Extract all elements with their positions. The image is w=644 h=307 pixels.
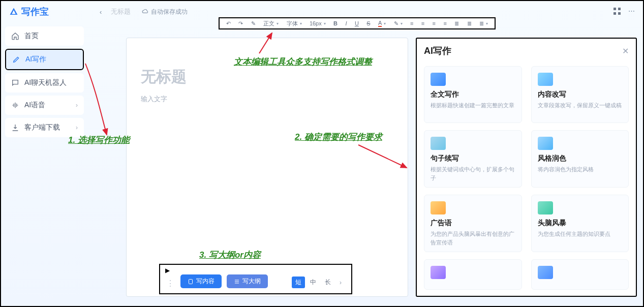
chat-icon	[11, 79, 19, 87]
body-input[interactable]: 输入文字	[141, 95, 393, 104]
italic-button[interactable]: I	[344, 20, 348, 26]
svg-rect-0	[614, 8, 616, 10]
card-continue[interactable]: 句子续写 根据关键词或中心句，扩展多个句子	[424, 130, 522, 188]
card-desc: 为您生成任何主题的知识要点	[538, 230, 623, 238]
card-desc: 根据标题快速创建一篇完整的文章	[431, 101, 515, 110]
back-button[interactable]: ‹	[100, 8, 102, 16]
underline-button[interactable]: U	[353, 20, 360, 26]
card-title: 风格润色	[538, 154, 623, 163]
card-desc: 为您的产品头脑风暴出有创意的广告宣传语	[431, 230, 515, 247]
sidebar-item-download[interactable]: 客户端下载 ›	[5, 118, 84, 137]
pencil-icon	[12, 55, 20, 64]
panel-close-button[interactable]: ✕	[622, 46, 629, 56]
card-title: 句子续写	[431, 154, 515, 163]
card-title: 全文写作	[431, 90, 515, 99]
sidebar-item-label: 客户端下载	[24, 123, 60, 132]
sidebar-item-label: AI语音	[24, 101, 45, 110]
align-center-button[interactable]: ≡	[420, 20, 426, 26]
quick-action-bar: ▶ ⋮ 写内容 写大纲 短 中 长 ›	[159, 264, 352, 294]
chevron-right-icon: ›	[76, 124, 78, 131]
play-handle-icon[interactable]: ▶	[165, 267, 170, 274]
card-full-writing[interactable]: 全文写作 根据标题快速创建一篇完整的文章	[424, 66, 522, 123]
document-tab-label: 无标题	[111, 7, 131, 16]
highlight-color-button[interactable]: ✎	[392, 20, 404, 27]
editor-toolbar: ↶ ↷ ✎ 正文 字体 16px B I U S A ✎ ≡ ≡ ≡ ≡ ≣ ≣…	[219, 17, 496, 29]
sidebar: 首页 AI写作 AI聊天机器人 AI语音 › 客户端下载 ›	[5, 26, 84, 140]
svg-rect-4	[189, 279, 193, 284]
doc-icon	[188, 279, 194, 285]
brainstorm-icon	[538, 201, 553, 214]
numbered-list-button[interactable]: ≣	[453, 20, 461, 27]
redo-button[interactable]: ↷	[237, 20, 244, 27]
chevron-right-icon[interactable]: ›	[336, 278, 345, 288]
ad-icon	[431, 201, 446, 214]
list-icon	[234, 279, 240, 285]
length-long[interactable]: 长	[321, 277, 334, 288]
align-right-button[interactable]: ≡	[431, 20, 437, 26]
align-left-button[interactable]: ≡	[409, 20, 415, 26]
sidebar-item-ai-writing[interactable]: AI写作	[5, 49, 84, 70]
doc-icon	[431, 73, 446, 86]
strikethrough-button[interactable]: S	[365, 20, 372, 26]
panel-header: AI写作 ✕	[424, 45, 629, 57]
undo-button[interactable]: ↶	[225, 20, 232, 27]
card-extra-1[interactable]	[424, 259, 522, 290]
card-desc: 根据关键词或中心句，扩展多个句子	[431, 165, 515, 182]
editor-canvas[interactable]: 无标题 输入文字	[126, 38, 408, 297]
annotation-arrow-1	[81, 61, 112, 137]
extra-icon	[431, 266, 446, 279]
continue-icon	[431, 137, 446, 150]
card-desc: 文章段落改写，保留原义一键成稿	[538, 101, 623, 110]
autosave-text: 自动保存成功	[151, 8, 188, 16]
card-title: 内容改写	[538, 90, 623, 99]
svg-rect-2	[614, 12, 616, 15]
card-ad-copy[interactable]: 广告语 为您的产品头脑风暴出有创意的广告宣传语	[424, 195, 522, 252]
font-color-button[interactable]: A	[377, 20, 387, 27]
app-logo: 写作宝	[9, 6, 49, 18]
font-size-select[interactable]: 16px	[308, 20, 327, 26]
ai-writing-panel: AI写作 ✕ 全文写作 根据标题快速创建一篇完整的文章 内容改写 文章段落改写，…	[416, 38, 637, 297]
download-icon	[11, 124, 19, 132]
svg-rect-1	[618, 8, 621, 10]
align-justify-button[interactable]: ≡	[442, 20, 448, 26]
write-content-button[interactable]: 写内容	[180, 274, 222, 288]
more-menu-icon[interactable]: ⋯	[628, 7, 635, 17]
more-list-button[interactable]: ≣	[478, 20, 489, 27]
font-family-select[interactable]: 字体	[285, 20, 303, 27]
card-extra-2[interactable]	[531, 259, 629, 290]
drag-handle-icon[interactable]: ⋮	[166, 279, 173, 288]
sidebar-item-home[interactable]: 首页	[5, 26, 84, 46]
logo-icon	[9, 7, 18, 16]
bullet-list-button[interactable]: ≣	[466, 20, 473, 27]
length-medium[interactable]: 中	[306, 277, 320, 288]
apps-grid-icon[interactable]	[613, 7, 621, 17]
polish-icon	[538, 137, 553, 150]
rewrite-icon	[538, 73, 553, 86]
paragraph-format-select[interactable]: 正文	[262, 20, 280, 27]
voice-icon	[11, 101, 19, 109]
extra-icon	[538, 266, 553, 279]
card-desc: 将内容润色为指定风格	[538, 165, 623, 174]
sidebar-item-ai-chatbot[interactable]: AI聊天机器人	[5, 73, 84, 93]
button-label: 写大纲	[242, 277, 261, 286]
sidebar-item-label: AI聊天机器人	[24, 78, 67, 87]
sidebar-item-label: AI写作	[25, 55, 46, 64]
card-grid: 全文写作 根据标题快速创建一篇完整的文章 内容改写 文章段落改写，保留原义一键成…	[424, 66, 629, 290]
card-title: 广告语	[431, 219, 515, 228]
button-label: 写内容	[196, 277, 214, 286]
card-title: 头脑风暴	[538, 219, 623, 228]
title-input[interactable]: 无标题	[141, 67, 393, 87]
cloud-check-icon	[142, 8, 149, 15]
card-brainstorm[interactable]: 头脑风暴 为您生成任何主题的知识要点	[531, 195, 629, 252]
logo-text: 写作宝	[21, 6, 49, 18]
sidebar-item-ai-voice[interactable]: AI语音 ›	[5, 96, 84, 115]
length-short[interactable]: 短	[292, 277, 305, 288]
chevron-right-icon: ›	[76, 102, 78, 109]
home-icon	[11, 32, 19, 40]
bold-button[interactable]: B	[332, 20, 339, 26]
format-painter-button[interactable]: ✎	[250, 20, 257, 27]
card-polish[interactable]: 风格润色 将内容润色为指定风格	[531, 130, 629, 188]
card-rewrite[interactable]: 内容改写 文章段落改写，保留原义一键成稿	[531, 66, 629, 123]
panel-title: AI写作	[424, 45, 451, 57]
write-outline-button[interactable]: 写大纲	[227, 274, 268, 288]
